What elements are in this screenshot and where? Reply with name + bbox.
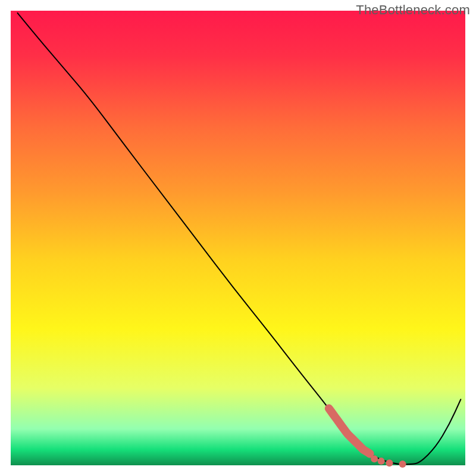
bottleneck-chart-canvas	[0, 0, 476, 476]
watermark-text: TheBottleneck.com	[356, 2, 470, 18]
chart-container: TheBottleneck.com	[0, 0, 476, 476]
